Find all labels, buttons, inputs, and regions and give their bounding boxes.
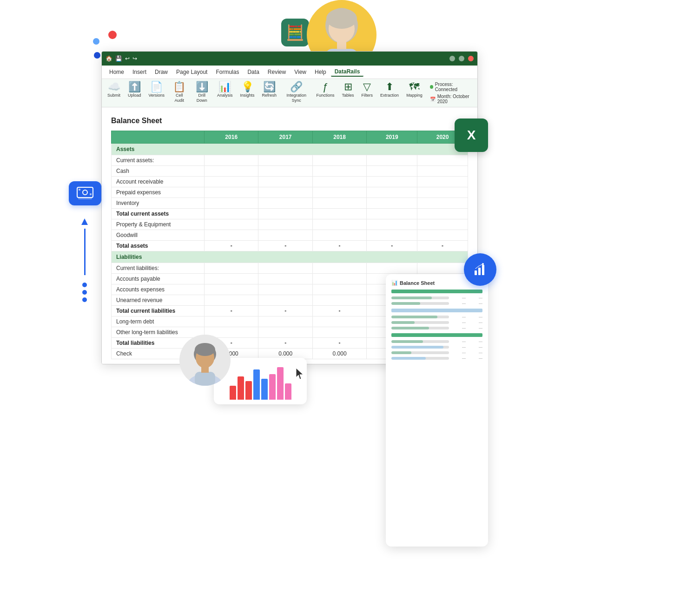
bs-mini-val2: —	[469, 296, 482, 300]
bs-mini-val: —	[452, 339, 466, 343]
title-bar-left: 🏠 💾 ↩ ↪	[106, 55, 137, 62]
bs-mini-icon: 📊	[391, 280, 398, 286]
bs-mini-bar-fill	[391, 357, 426, 360]
close-btn[interactable]	[468, 56, 474, 61]
cell-v5	[417, 155, 468, 166]
cell-dash5: -	[417, 241, 468, 251]
bs-mini-val2: —	[469, 350, 482, 355]
svg-rect-20	[482, 265, 484, 275]
ribbon-versions[interactable]: 📄 Versions	[149, 82, 165, 98]
redo-icon: ↪	[132, 55, 137, 62]
mapping-label: Mapping	[406, 93, 423, 98]
cell-v3	[312, 274, 366, 284]
bs-mini-row: — —	[391, 356, 482, 360]
cell-v4	[367, 177, 417, 187]
table-row: Account receivable	[112, 177, 468, 187]
cell-dash2: -	[258, 306, 312, 316]
ribbon-mapping[interactable]: 🗺 Mapping	[406, 82, 423, 98]
menu-insert[interactable]: Insert	[129, 68, 150, 76]
bar-chart	[230, 367, 291, 400]
bs-mini-bar-container	[391, 321, 449, 324]
cell-v1	[205, 166, 258, 177]
bs-mini-row: — —	[391, 296, 482, 300]
cell-v5	[417, 198, 468, 209]
ribbon-upload[interactable]: ⬆️ Upload	[128, 82, 141, 98]
cell-ar-label: Account receivable	[112, 177, 205, 187]
bs-mini-bar-container	[391, 357, 449, 360]
menu-datarails[interactable]: DataRails	[331, 67, 364, 77]
ribbon-integration-sync[interactable]: 🔗 Integration Sync	[284, 82, 309, 103]
calendar-icon: 📅	[430, 97, 436, 102]
cell-oltl-label: Other long-term liabilities	[112, 327, 205, 338]
bs-mini-val: —	[452, 296, 466, 300]
menu-draw[interactable]: Draw	[151, 68, 172, 76]
menu-formulas[interactable]: Formulas	[212, 68, 243, 76]
col-header-2019: 2019	[367, 131, 417, 144]
assets-header-row: Assets	[112, 144, 468, 155]
filters-label: Filters	[362, 93, 373, 98]
dot-3	[82, 297, 87, 302]
bs-mini-bar-container	[391, 346, 449, 349]
mapping-icon: 🗺	[409, 82, 419, 92]
decorative-dot-blue	[93, 38, 99, 45]
chart-circle-button[interactable]	[464, 253, 496, 286]
ribbon-insights[interactable]: 💡 Insights	[240, 82, 255, 98]
menu-home[interactable]: Home	[106, 68, 128, 76]
bs-mini-bar-fill	[391, 327, 429, 329]
cell-v5	[417, 166, 468, 177]
col-header-label	[112, 131, 205, 144]
cell-v2	[258, 209, 312, 219]
menu-page-layout[interactable]: Page Layout	[172, 68, 211, 76]
bs-mini-row: — —	[391, 345, 482, 349]
bs-mini-bar-container	[391, 296, 449, 299]
cell-dash1: -	[205, 241, 258, 251]
ribbon-extraction[interactable]: ⬆ Extraction	[380, 82, 399, 98]
menu-help[interactable]: Help	[311, 68, 330, 76]
minimize-btn[interactable]	[449, 56, 455, 61]
cell-v2	[258, 219, 312, 230]
ribbon-submit[interactable]: ☁️ Submit	[107, 82, 120, 98]
functions-icon: ƒ	[323, 82, 328, 92]
insights-label: Insights	[240, 93, 255, 98]
bar-4	[253, 369, 260, 400]
ribbon-cell-audit[interactable]: 📋 Cell Audit	[172, 82, 186, 103]
bs-mini-bar-container	[391, 302, 449, 305]
ribbon-refresh[interactable]: 🔄 Refresh	[262, 82, 277, 98]
cell-v1	[205, 230, 258, 241]
undo-icon: ↩	[125, 55, 130, 62]
svg-rect-8	[79, 189, 80, 191]
cell-v4	[367, 219, 417, 230]
title-bar-controls	[449, 56, 474, 61]
cell-v1	[205, 187, 258, 198]
maximize-btn[interactable]	[459, 56, 464, 61]
tables-label: Tables	[342, 93, 354, 98]
calculator-icon: 🧮	[281, 19, 309, 46]
menu-data[interactable]: Data	[244, 68, 263, 76]
ribbon-filters[interactable]: ▽ Filters	[362, 82, 373, 98]
bs-mini-val: —	[452, 315, 466, 319]
ribbon-tables[interactable]: ⊞ Tables	[342, 82, 354, 98]
cell-v4	[367, 166, 417, 177]
svg-rect-18	[475, 270, 477, 275]
cell-goodwill-label: Goodwill	[112, 230, 205, 241]
bs-mini-rows: — — — — — — — —	[391, 290, 482, 360]
table-row: Property & Equipment	[112, 219, 468, 230]
cell-v4	[367, 155, 417, 166]
bs-mini-row: — —	[391, 320, 482, 324]
money-icon	[69, 181, 101, 205]
cell-v3	[312, 295, 366, 306]
bs-mini-val: —	[452, 345, 466, 349]
menu-bar: Home Insert Draw Page Layout Formulas Da…	[102, 66, 477, 79]
menu-view[interactable]: View	[291, 68, 310, 76]
excel-file-icon: X	[455, 119, 488, 152]
ribbon-drill-down[interactable]: ⬇️ Drill Down	[194, 82, 210, 103]
menu-review[interactable]: Review	[264, 68, 290, 76]
ribbon-analysis[interactable]: 📊 Analysis	[217, 82, 233, 98]
bs-mini-val2: —	[469, 301, 482, 305]
decorative-dot-red	[108, 31, 117, 39]
cell-v1	[205, 177, 258, 187]
cell-v1	[205, 219, 258, 230]
ribbon-functions[interactable]: ƒ Functions	[317, 82, 335, 98]
month-status-row: 📅 Month: October 2020	[430, 94, 472, 104]
upload-label: Upload	[128, 93, 141, 98]
